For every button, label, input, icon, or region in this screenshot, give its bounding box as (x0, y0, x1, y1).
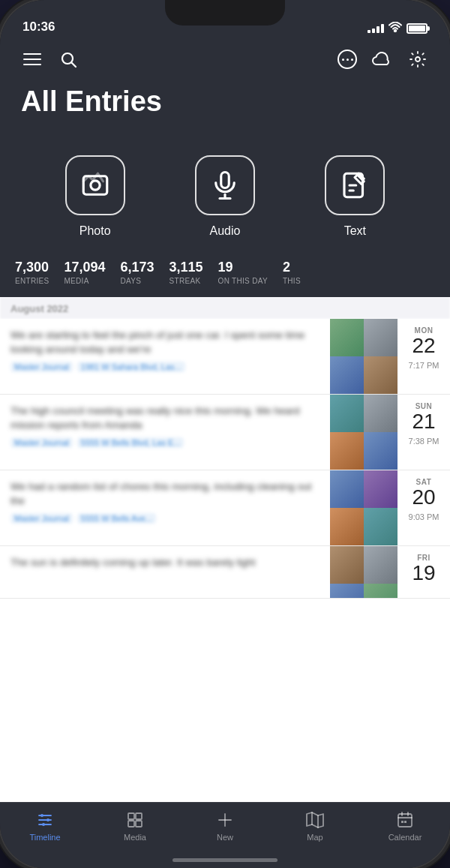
photo-label: Photo (80, 224, 111, 238)
entry-day-num: 21 (412, 410, 435, 434)
entry-tag: Master Journal (10, 437, 73, 448)
more-button[interactable] (338, 50, 357, 69)
header-right (338, 48, 429, 71)
stat-on-this-day: 19 ON THIS DAY (218, 260, 268, 285)
entry-thumbnail (330, 470, 398, 545)
page-title: All Entries (21, 86, 429, 118)
wifi-icon (388, 22, 402, 35)
list-item[interactable]: We are starting to feel the pinch of jus… (0, 319, 450, 395)
stat-streak-value: 3,115 (170, 260, 203, 275)
tab-calendar[interactable]: Calendar (360, 810, 450, 842)
svg-rect-32 (404, 821, 406, 823)
entry-tag: Master Journal (10, 513, 73, 524)
entry-date: SAT 20 9:03 PM (398, 470, 450, 545)
status-icons (368, 22, 428, 35)
mic-icon (209, 170, 241, 201)
search-button[interactable] (57, 48, 80, 71)
svg-rect-18 (128, 813, 134, 819)
tab-new[interactable]: New (180, 810, 270, 842)
stat-entries-label: ENTRIES (15, 277, 49, 285)
svg-rect-21 (136, 821, 142, 827)
photo-icon (80, 170, 111, 201)
tab-timeline-label: Timeline (29, 833, 60, 842)
header-icons (21, 48, 429, 71)
svg-rect-31 (401, 821, 404, 823)
timeline-icon (35, 810, 55, 830)
svg-point-16 (46, 818, 50, 821)
notch (165, 0, 285, 26)
list-item[interactable]: The high council meeting was really nice… (0, 395, 450, 470)
tab-calendar-label: Calendar (388, 833, 422, 842)
grid-icon (125, 810, 145, 830)
list-item[interactable]: We had a random list of chores this morn… (0, 470, 450, 546)
audio-entry-button[interactable]: Audio (195, 155, 255, 238)
hamburger-icon (23, 53, 41, 65)
svg-point-3 (416, 57, 420, 62)
tab-timeline[interactable]: Timeline (0, 810, 90, 842)
photo-icon-container (65, 155, 125, 215)
stat-media-value: 17,094 (64, 260, 105, 275)
photo-entry-button[interactable]: Photo (65, 155, 125, 238)
tab-map-label: Map (307, 833, 322, 842)
tab-map[interactable]: Map (270, 810, 360, 842)
menu-button[interactable] (21, 48, 44, 71)
entry-date: SUN 21 7:38 PM (398, 395, 450, 470)
header-left (21, 48, 80, 71)
battery-icon (406, 23, 428, 34)
entry-tags: Master Journal 1981 W Sahara Blvd, Las..… (10, 362, 322, 372)
edit-icon (339, 170, 370, 201)
entry-text-area: The sun is definitely coming up later. I… (0, 546, 330, 598)
svg-rect-20 (128, 821, 134, 827)
stat-this-label: THIS (283, 277, 301, 285)
svg-marker-24 (307, 812, 323, 827)
entry-tag: 1981 W Sahara Blvd, Las... (77, 362, 185, 372)
entry-day-num: 20 (412, 486, 435, 509)
entry-tags: Master Journal 5555 W Bells Blvd, Las E.… (10, 437, 322, 448)
cloud-icon (372, 52, 392, 67)
entry-types-section: Photo Audio (0, 140, 450, 260)
calendar-icon (395, 810, 415, 830)
stat-days-label: DAYS (121, 277, 142, 285)
entry-text-area: We had a random list of chores this morn… (0, 470, 330, 545)
settings-button[interactable] (406, 48, 429, 71)
entry-day-num: 19 (412, 562, 435, 585)
header: All Entries (0, 41, 450, 140)
search-icon (59, 50, 77, 68)
stat-streak: 3,115 STREAK (170, 260, 203, 285)
stat-this: 2 THIS (283, 260, 301, 285)
tab-media-label: Media (124, 833, 146, 842)
stat-on-this-day-value: 19 (218, 260, 233, 275)
stat-media: 17,094 MEDIA (64, 260, 105, 285)
entry-date: MON 22 7:17 PM (398, 319, 450, 394)
signal-bars-icon (368, 24, 384, 33)
svg-point-17 (42, 823, 45, 826)
stat-entries: 7,300 ENTRIES (15, 260, 49, 285)
tab-media[interactable]: Media (90, 810, 180, 842)
entry-text-area: We are starting to feel the pinch of jus… (0, 319, 330, 394)
entry-thumbnail (330, 319, 398, 394)
plus-icon (215, 810, 235, 830)
stat-streak-label: STREAK (170, 277, 201, 285)
stat-media-label: MEDIA (64, 277, 88, 285)
text-icon-container (325, 155, 385, 215)
map-icon (305, 810, 325, 830)
list-item[interactable]: The sun is definitely coming up later. I… (0, 546, 450, 599)
audio-label: Audio (210, 224, 241, 238)
tab-new-label: New (217, 833, 233, 842)
stat-on-this-day-label: ON THIS DAY (218, 277, 268, 285)
stats-bar: 7,300 ENTRIES 17,094 MEDIA 6,173 DAYS 3,… (0, 260, 450, 297)
cloud-button[interactable] (370, 48, 393, 71)
entry-text: The sun is definitely coming up later. I… (10, 555, 322, 570)
svg-point-0 (394, 30, 396, 32)
entry-text: The high council meeting was really nice… (10, 404, 322, 433)
status-time: 10:36 (22, 20, 55, 35)
app-content: All Entries Photo (0, 41, 450, 868)
home-indicator (172, 858, 278, 862)
phone-frame: 10:36 (0, 0, 450, 868)
entry-day-num: 22 (412, 335, 435, 358)
stat-days: 6,173 DAYS (121, 260, 154, 285)
svg-point-5 (91, 181, 100, 190)
text-entry-button[interactable]: Text (325, 155, 385, 238)
date-header: August 2022 (0, 297, 450, 319)
svg-point-15 (40, 814, 44, 817)
